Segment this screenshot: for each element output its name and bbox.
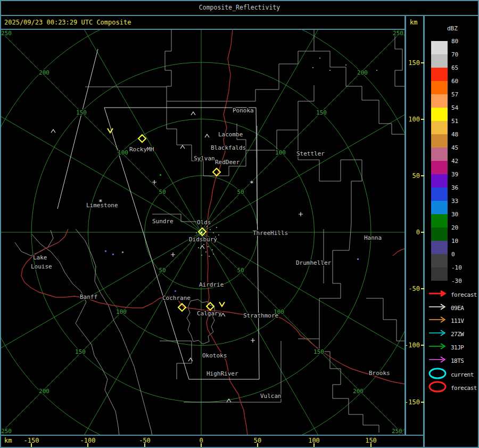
city-label: Didsbury	[189, 236, 217, 243]
colorbar-value-label: 30	[451, 211, 475, 218]
caret-marker	[180, 145, 185, 149]
echo-dot	[122, 251, 123, 253]
county-border	[15, 230, 53, 256]
echo-dot	[205, 251, 207, 252]
right-axis-tick-label: 0	[403, 229, 420, 236]
city-label: Drumheller	[296, 259, 332, 266]
city-label: Brooks	[369, 370, 390, 377]
city-label: Olds	[197, 219, 211, 226]
ring-distance-label: 150	[76, 109, 87, 116]
right-axis-tick-label: -150	[403, 398, 420, 406]
colorbar-value-label: 54	[451, 104, 475, 111]
city-label: Sundre	[152, 218, 174, 225]
ring-distance-label: 50	[159, 267, 166, 274]
bottom-axis-tick	[31, 443, 32, 447]
colorbar-value-label: -10	[451, 264, 475, 271]
county-border	[395, 29, 406, 86]
city-label: Strathmore	[243, 312, 278, 319]
colorbar-value-label: 0	[451, 251, 475, 258]
city-label: Stettler	[296, 150, 325, 157]
county-border	[314, 51, 406, 134]
colorbar-swatch	[431, 214, 448, 227]
echo-dot	[216, 227, 217, 228]
city-label: Hanna	[364, 234, 382, 241]
city-label: Okotoks	[202, 352, 227, 359]
sector-overlay	[57, 49, 98, 209]
city-label: Calgary	[197, 310, 222, 317]
colorbar-swatch	[431, 241, 448, 254]
colorbar-swatch	[431, 174, 448, 188]
bottom-axis-tick	[370, 443, 371, 447]
city-label: Banff	[80, 294, 97, 300]
city-label: Vulcan	[260, 393, 282, 400]
right-axis-tick-label: 100	[403, 116, 420, 123]
ring-distance-label: 200	[39, 388, 49, 395]
echo-dot	[212, 249, 213, 250]
colorbar-value-label: 20	[451, 224, 475, 231]
bottom-axis-tick	[257, 443, 258, 447]
legend-item-label: forecast	[451, 385, 477, 392]
range-ring	[0, 0, 479, 448]
echo-dot	[209, 256, 210, 257]
ring-distance-label: 250	[1, 428, 12, 435]
county-border	[366, 298, 406, 341]
radar-app-window: Composite_Reflectivity 2025/09/23 00:23:…	[0, 0, 479, 448]
city-label: Lacombe	[218, 131, 243, 138]
echo-dot	[196, 232, 197, 233]
caret-marker	[188, 358, 193, 361]
ring-distance-label: 150	[75, 348, 86, 355]
ring-distance-label: 100	[275, 149, 286, 156]
radar-map[interactable]: 5050505010010010010015015015015020020020…	[0, 0, 479, 448]
colorbar-value-label: 39	[451, 171, 475, 178]
city-label: RedDeer	[215, 159, 240, 166]
caret-marker	[191, 112, 195, 115]
colorbar-value-label: 70	[451, 51, 475, 58]
azimuth-spoke	[201, 232, 361, 448]
right-axis-tick-label: -50	[403, 285, 420, 292]
echo-dot	[198, 247, 199, 248]
plus-marker	[251, 338, 255, 343]
colorbar-swatch	[431, 41, 448, 54]
colorbar-value-label: 36	[451, 184, 475, 191]
echo-dot	[357, 258, 359, 260]
bottom-axis-tick	[144, 443, 145, 447]
ring-distance-label: 250	[1, 30, 12, 37]
right-axis-tick	[421, 62, 424, 63]
legend-item-label: 09EA	[451, 305, 464, 312]
colorbar-swatch	[431, 68, 448, 81]
city-label: Blackfalds	[211, 144, 246, 151]
echo-dot	[210, 229, 211, 230]
colorbar-swatch	[431, 227, 448, 241]
highway-road	[393, 249, 406, 256]
county-border	[167, 85, 314, 176]
ring-distance-label: 150	[316, 109, 327, 116]
echo-dot	[208, 246, 209, 247]
right-axis-tick-label: 50	[403, 172, 420, 180]
colorbar-swatch	[431, 254, 448, 267]
city-label: Cochrane	[162, 295, 191, 302]
caret-marker	[51, 129, 55, 133]
legend-item-label: 111V	[451, 317, 464, 324]
ring-distance-label: 200	[357, 69, 368, 76]
right-axis-tick	[421, 402, 424, 403]
azimuth-spoke	[42, 232, 201, 448]
echo-dot	[213, 254, 214, 255]
ring-distance-label: 200	[353, 388, 364, 395]
colorbar-swatch	[431, 108, 448, 121]
county-border	[160, 341, 192, 379]
county-border	[298, 130, 379, 433]
colorbar-swatch	[431, 121, 448, 134]
echo-dot	[213, 232, 214, 233]
county-border	[76, 229, 152, 436]
legend-item-label: 31JP	[451, 344, 464, 351]
azimuth-spoke	[0, 232, 201, 448]
star-marker: *	[250, 179, 254, 187]
legend-item-label: forecast	[451, 291, 477, 298]
county-border	[165, 29, 171, 107]
echo-dot	[376, 70, 377, 71]
plus-marker	[299, 212, 303, 216]
bottom-axis-tick	[201, 443, 202, 447]
city-label: Sylvan	[194, 155, 215, 162]
ring-distance-label: 50	[237, 189, 244, 196]
city-label: Louise	[31, 263, 52, 270]
